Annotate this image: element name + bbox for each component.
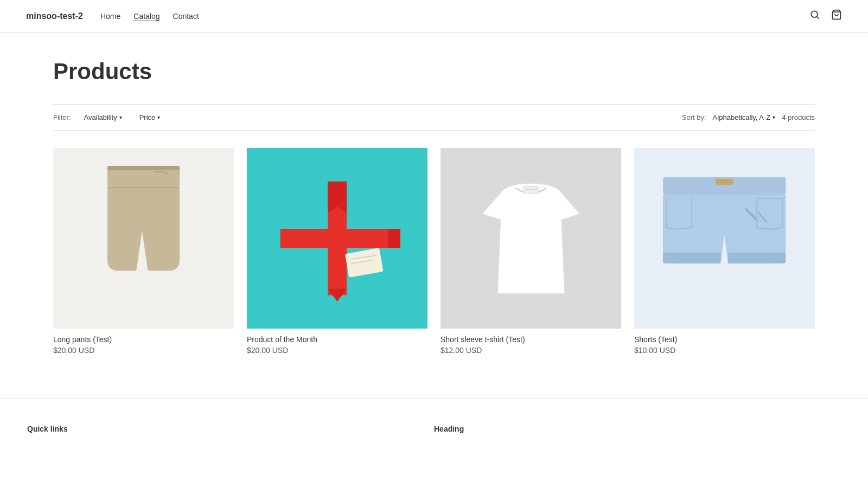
product-name-tshirt: Short sleeve t-shirt (Test) — [441, 335, 621, 344]
svg-rect-17 — [716, 179, 733, 185]
filter-right: Sort by: Alphabetically, A-Z 4 products — [682, 113, 815, 121]
footer-grid: Quick links Heading — [27, 425, 841, 442]
product-price-product-month: $20.00 USD — [247, 346, 427, 355]
page-title: Products — [53, 59, 815, 85]
product-card-product-month[interactable]: Product of the Month $20.00 USD — [247, 148, 427, 355]
svg-point-0 — [811, 11, 818, 17]
svg-rect-7 — [280, 229, 394, 248]
product-image-shorts — [634, 148, 815, 329]
sort-label: Sort by: — [682, 113, 706, 121]
product-name-product-month: Product of the Month — [247, 335, 427, 344]
availability-filter[interactable]: Availability — [80, 111, 126, 124]
quick-links-heading: Quick links — [27, 425, 434, 433]
main-content: Products Filter: Availability Price Sort… — [27, 33, 841, 398]
brand-logo: minsoo-test-2 — [26, 11, 83, 21]
search-button[interactable] — [809, 9, 820, 23]
svg-rect-11 — [345, 248, 384, 278]
price-filter[interactable]: Price — [135, 111, 165, 124]
svg-marker-10 — [328, 289, 347, 301]
filter-left: Filter: Availability Price — [53, 111, 164, 124]
product-price-shorts: $10.00 USD — [634, 346, 815, 355]
filter-bar: Filter: Availability Price Sort by: Alph… — [53, 104, 815, 131]
header-left: minsoo-test-2 Home Catalog Contact — [26, 11, 199, 21]
site-header: minsoo-test-2 Home Catalog Contact — [0, 0, 868, 33]
footer-heading: Heading — [434, 425, 841, 433]
product-grid: Long pants (Test) $20.00 USD — [53, 148, 815, 355]
footer-heading-section: Heading — [434, 425, 841, 442]
filter-label: Filter: — [53, 113, 71, 121]
header-actions — [809, 9, 842, 23]
site-footer: Quick links Heading — [0, 398, 868, 442]
product-count: 4 products — [782, 113, 815, 121]
nav-catalog[interactable]: Catalog — [133, 12, 159, 21]
sort-button[interactable]: Alphabetically, A-Z — [713, 113, 776, 121]
svg-rect-19 — [728, 253, 786, 264]
product-price-long-pants: $20.00 USD — [53, 346, 234, 355]
product-image-long-pants — [53, 148, 234, 329]
product-name-shorts: Shorts (Test) — [634, 335, 815, 344]
svg-rect-5 — [107, 166, 180, 170]
cart-button[interactable] — [831, 9, 842, 23]
nav-contact[interactable]: Contact — [173, 12, 199, 21]
footer-quick-links: Quick links — [27, 425, 434, 442]
svg-rect-14 — [524, 186, 538, 194]
svg-marker-9 — [388, 229, 400, 248]
svg-line-1 — [817, 17, 819, 19]
product-image-product-month — [247, 148, 427, 329]
nav-home[interactable]: Home — [100, 12, 120, 21]
product-card-tshirt[interactable]: Short sleeve t-shirt (Test) $12.00 USD — [441, 148, 621, 355]
product-image-tshirt — [441, 148, 621, 329]
svg-rect-18 — [663, 253, 721, 264]
product-price-tshirt: $12.00 USD — [441, 346, 621, 355]
product-name-long-pants: Long pants (Test) — [53, 335, 234, 344]
main-nav: Home Catalog Contact — [100, 12, 199, 21]
product-card-long-pants[interactable]: Long pants (Test) $20.00 USD — [53, 148, 234, 355]
product-card-shorts[interactable]: Shorts (Test) $10.00 USD — [634, 148, 815, 355]
